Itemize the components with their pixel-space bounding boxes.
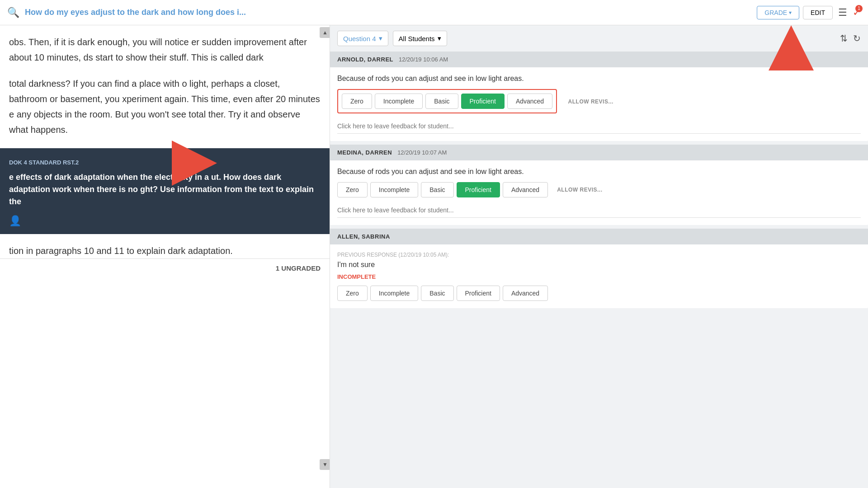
grade-zero-button[interactable]: Zero bbox=[337, 182, 368, 197]
question-text: e effects of dark adaptation when the el… bbox=[9, 171, 321, 208]
edit-button[interactable]: EDIT bbox=[803, 6, 833, 19]
grade-proficient-button[interactable]: Proficient bbox=[457, 286, 500, 301]
left-panel: ▲ obs. Then, if it is dark enough, you w… bbox=[0, 25, 330, 488]
student-response: Because of rods you can adjust and see i… bbox=[337, 75, 861, 83]
student-name: ARNOLD, DARREL bbox=[337, 56, 393, 63]
scroll-down-arrow[interactable]: ▼ bbox=[320, 459, 330, 470]
grade-basic-button[interactable]: Basic bbox=[425, 94, 458, 109]
sort-icon[interactable]: ⇅ bbox=[840, 33, 848, 44]
ungraded-count: 1 UNGRADED bbox=[276, 264, 321, 272]
chevron-down-icon: ▾ bbox=[789, 9, 792, 16]
incomplete-status-label: INCOMPLETE bbox=[337, 273, 861, 280]
feedback-input[interactable] bbox=[337, 203, 861, 218]
grade-zero-button[interactable]: Zero bbox=[337, 286, 368, 301]
student-body: Because of rods you can adjust and see i… bbox=[330, 160, 868, 225]
grading-buttons-selected: Zero Incomplete Basic Proficient Advance… bbox=[337, 89, 557, 113]
grade-basic-button[interactable]: Basic bbox=[421, 286, 453, 301]
grade-button[interactable]: GRADE ▾ bbox=[757, 6, 799, 19]
right-panel: Question 4 ▾ All Students ▾ ⇅ ↻ ARNOLD, … bbox=[330, 25, 868, 488]
student-body: Because of rods you can adjust and see i… bbox=[330, 67, 868, 141]
student-name: MEDINA, DARREN bbox=[337, 149, 392, 156]
ungraded-bar: 1 UNGRADED bbox=[0, 258, 330, 277]
person-icon: 👤 bbox=[9, 215, 321, 227]
student-response: Because of rods you can adjust and see i… bbox=[337, 168, 861, 176]
students-dropdown-label: All Students bbox=[399, 35, 435, 42]
allow-revision-label: ALLOW REVIS... bbox=[568, 99, 613, 105]
student-card-header: ALLEN, SABRINA bbox=[330, 229, 868, 244]
prev-response-label: PREVIOUS RESPONSE (12/20/19 10:05 AM): bbox=[337, 252, 861, 258]
question-meta: DOK 4 STANDARD RST.2 bbox=[9, 159, 321, 166]
grading-buttons: Zero Incomplete Basic Proficient Advance… bbox=[337, 286, 548, 301]
grade-advanced-button[interactable]: Advanced bbox=[503, 182, 548, 197]
student-card-allen-sabrina: ALLEN, SABRINA PREVIOUS RESPONSE (12/20/… bbox=[330, 229, 868, 308]
students-dropdown[interactable]: All Students ▾ bbox=[393, 31, 447, 46]
question-dropdown[interactable]: Question 4 ▾ bbox=[337, 31, 388, 46]
main-content: ▲ obs. Then, if it is dark enough, you w… bbox=[0, 25, 868, 488]
grade-basic-button[interactable]: Basic bbox=[421, 182, 453, 197]
passage-paragraph-1: obs. Then, if it is dark enough, you wil… bbox=[9, 34, 321, 65]
grade-incomplete-button[interactable]: Incomplete bbox=[370, 286, 418, 301]
student-name: ALLEN, SABRINA bbox=[337, 233, 390, 240]
student-date: 12/20/19 10:07 AM bbox=[397, 149, 447, 156]
student-body: PREVIOUS RESPONSE (12/20/19 10:05 AM): I… bbox=[330, 244, 868, 308]
allow-revision-label: ALLOW REVIS... bbox=[557, 187, 602, 193]
chevron-down-icon: ▾ bbox=[438, 34, 441, 42]
app-header: 🔍 How do my eyes adjust to the dark and … bbox=[0, 0, 868, 25]
right-header-actions: ⇅ ↻ bbox=[840, 33, 861, 44]
student-card-medina-darren: MEDINA, DARREN 12/20/19 10:07 AM Because… bbox=[330, 145, 868, 225]
prev-response-text: I'm not sure bbox=[337, 261, 861, 269]
grading-row: Zero Incomplete Basic Proficient Advance… bbox=[337, 182, 861, 197]
grade-advanced-button[interactable]: Advanced bbox=[507, 94, 552, 109]
question-dropdown-label: Question 4 bbox=[343, 35, 376, 42]
student-card-header: ARNOLD, DARREL 12/20/19 10:06 AM bbox=[330, 52, 868, 67]
notification-badge: 1 bbox=[855, 5, 863, 12]
grade-zero-button[interactable]: Zero bbox=[342, 94, 372, 109]
chevron-down-icon: ▾ bbox=[379, 34, 382, 42]
scroll-up-arrow[interactable]: ▲ bbox=[320, 27, 330, 38]
passage-sub-text: tion in paragraphs 10 and 11 to explain … bbox=[9, 243, 321, 258]
student-card-arnold-darrel: ARNOLD, DARREL 12/20/19 10:06 AM Because… bbox=[330, 52, 868, 141]
grade-advanced-button[interactable]: Advanced bbox=[503, 286, 548, 301]
grade-incomplete-button[interactable]: Incomplete bbox=[370, 182, 418, 197]
grade-proficient-button[interactable]: Proficient bbox=[457, 182, 500, 197]
student-date: 12/20/19 10:06 AM bbox=[399, 56, 448, 63]
passage-paragraph-2: total darkness? If you can find a place … bbox=[9, 76, 321, 137]
question-panel: DOK 4 STANDARD RST.2 e effects of dark a… bbox=[0, 148, 330, 234]
feedback-input[interactable] bbox=[337, 119, 861, 134]
passage-sub: tion in paragraphs 10 and 11 to explain … bbox=[0, 243, 330, 258]
page-title: How do my eyes adjust to the dark and ho… bbox=[25, 8, 753, 17]
right-panel-header: Question 4 ▾ All Students ▾ ⇅ ↻ bbox=[330, 25, 868, 52]
passage-text-1: obs. Then, if it is dark enough, you wil… bbox=[0, 34, 330, 137]
student-card-header: MEDINA, DARREN 12/20/19 10:07 AM bbox=[330, 145, 868, 160]
inbox-button[interactable]: ☰ bbox=[838, 7, 847, 19]
refresh-icon[interactable]: ↻ bbox=[853, 33, 861, 44]
search-icon[interactable]: 🔍 bbox=[7, 7, 19, 19]
notifications-button[interactable]: ✓ 1 bbox=[853, 7, 861, 19]
grade-incomplete-button[interactable]: Incomplete bbox=[375, 94, 423, 109]
grade-proficient-button[interactable]: Proficient bbox=[461, 94, 505, 109]
grading-buttons: Zero Incomplete Basic Proficient Advance… bbox=[337, 182, 548, 197]
